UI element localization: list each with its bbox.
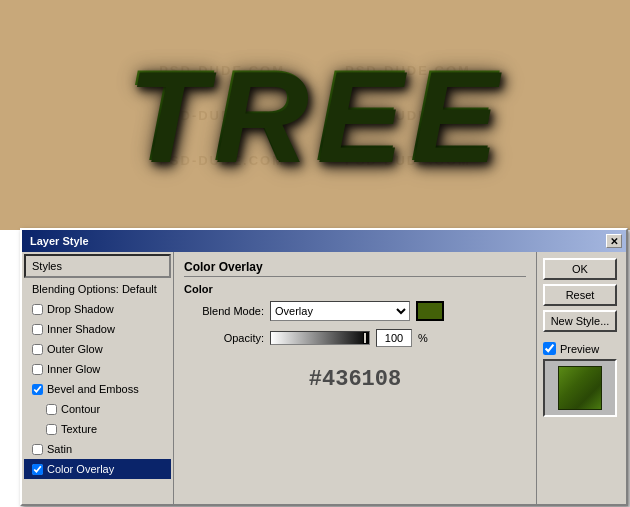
close-button[interactable]: ✕ [606, 234, 622, 248]
preview-label-row: Preview [543, 342, 620, 355]
bevel-emboss-label: Bevel and Emboss [47, 383, 139, 395]
preview-square [558, 366, 602, 410]
sidebar-item-contour[interactable]: Contour [24, 399, 171, 419]
main-panel: Color Overlay Color Blend Mode: Overlay … [174, 252, 536, 504]
opacity-label: Opacity: [184, 332, 264, 344]
opacity-slider-thumb [363, 332, 367, 344]
blending-options-label: Blending Options: Default [32, 283, 157, 295]
sidebar-item-outer-glow[interactable]: Outer Glow [24, 339, 171, 359]
drop-shadow-checkbox[interactable] [32, 304, 43, 315]
preview-checkbox[interactable] [543, 342, 556, 355]
sidebar-item-inner-glow[interactable]: Inner Glow [24, 359, 171, 379]
outer-glow-checkbox[interactable] [32, 344, 43, 355]
preview-box [543, 359, 617, 417]
new-style-button[interactable]: New Style... [543, 310, 617, 332]
color-overlay-label: Color Overlay [47, 463, 114, 475]
inner-glow-label: Inner Glow [47, 363, 100, 375]
dialog-body: Styles Blending Options: Default Drop Sh… [22, 252, 626, 504]
right-panel: OK Reset New Style... Preview [536, 252, 626, 504]
canvas-tree-text: TREE [126, 40, 505, 190]
dialog-title: Layer Style [26, 235, 89, 247]
dialog-titlebar: Layer Style ✕ [22, 230, 626, 252]
preview-container: Preview [543, 342, 620, 417]
layer-style-dialog: Layer Style ✕ Styles Blending Options: D… [20, 228, 628, 506]
satin-checkbox[interactable] [32, 444, 43, 455]
inner-shadow-label: Inner Shadow [47, 323, 115, 335]
drop-shadow-label: Drop Shadow [47, 303, 114, 315]
ok-button[interactable]: OK [543, 258, 617, 280]
sidebar-item-inner-shadow[interactable]: Inner Shadow [24, 319, 171, 339]
blend-mode-select[interactable]: Overlay Normal Multiply Screen [270, 301, 410, 321]
opacity-input[interactable] [376, 329, 412, 347]
opacity-unit: % [418, 332, 428, 344]
preview-label: Preview [560, 343, 599, 355]
color-swatch[interactable] [416, 301, 444, 321]
opacity-slider[interactable] [270, 331, 370, 345]
inner-shadow-checkbox[interactable] [32, 324, 43, 335]
canvas-area: PSD-DUDE.COMPSD-DUDE.COM PSD-DUDE.COMPSD… [0, 0, 630, 230]
texture-label: Texture [61, 423, 97, 435]
styles-header[interactable]: Styles [24, 254, 171, 278]
blend-mode-label: Blend Mode: [184, 305, 264, 317]
sidebar-item-bevel-emboss[interactable]: Bevel and Emboss [24, 379, 171, 399]
opacity-row: Opacity: % [184, 329, 526, 347]
outer-glow-label: Outer Glow [47, 343, 103, 355]
color-overlay-checkbox[interactable] [32, 464, 43, 475]
blend-mode-row: Blend Mode: Overlay Normal Multiply Scre… [184, 301, 526, 321]
color-sub-title: Color [184, 283, 526, 295]
reset-button[interactable]: Reset [543, 284, 617, 306]
contour-label: Contour [61, 403, 100, 415]
contour-checkbox[interactable] [46, 404, 57, 415]
sidebar-item-texture[interactable]: Texture [24, 419, 171, 439]
texture-checkbox[interactable] [46, 424, 57, 435]
hex-value-display: #436108 [184, 367, 526, 392]
sidebar-item-color-overlay[interactable]: Color Overlay [24, 459, 171, 479]
left-panel: Styles Blending Options: Default Drop Sh… [22, 252, 174, 504]
inner-glow-checkbox[interactable] [32, 364, 43, 375]
sidebar-item-drop-shadow[interactable]: Drop Shadow [24, 299, 171, 319]
bevel-emboss-checkbox[interactable] [32, 384, 43, 395]
sidebar-item-satin[interactable]: Satin [24, 439, 171, 459]
satin-label: Satin [47, 443, 72, 455]
section-title: Color Overlay [184, 260, 526, 277]
styles-label: Styles [32, 260, 62, 272]
sidebar-item-blending-options[interactable]: Blending Options: Default [24, 279, 171, 299]
